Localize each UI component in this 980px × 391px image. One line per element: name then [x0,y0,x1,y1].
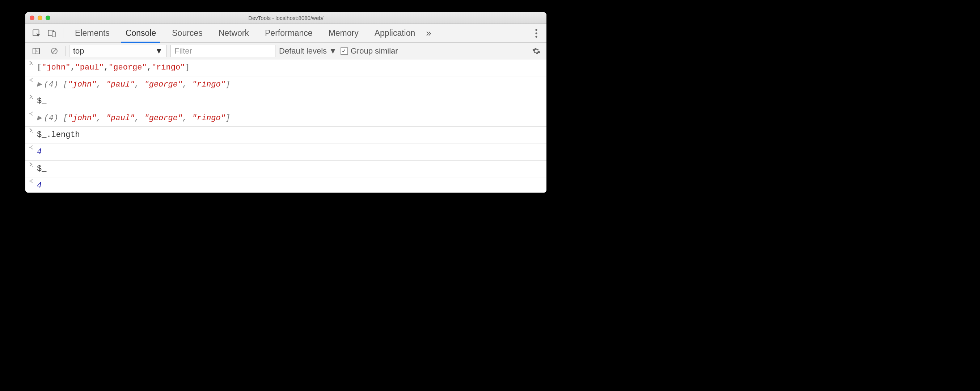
console-sidebar-toggle-icon[interactable] [29,43,43,59]
output-chevron-icon [29,111,37,116]
device-toolbar-icon[interactable] [44,24,59,42]
expand-icon[interactable]: ▶ [37,80,41,89]
tab-sources[interactable]: Sources [164,24,210,42]
token-num: 4 [37,181,41,190]
console-toolbar: top ▼ Default levels ▼ ✓ Group similar [25,43,546,59]
devtools-window: DevTools - localhost:8080/web/ ElementsC… [25,12,546,193]
minimize-icon[interactable] [38,16,42,20]
token-brkt: , [96,114,106,123]
token-str: "paul" [106,114,135,123]
traffic-lights [25,16,50,20]
token-plain: , [70,63,75,72]
output-chevron-icon [29,179,37,184]
token-str: "john" [68,114,96,123]
log-levels-select[interactable]: Default levels ▼ [279,46,337,56]
console-line-content: ▶(4) ["john", "paul", "george", "ringo"] [37,77,542,92]
console-line-content: $_ [37,162,542,176]
output-chevron-icon [29,145,37,150]
token-num: 4 [37,147,41,156]
token-plain: $_ [37,97,46,106]
tabs-overflow-icon[interactable]: » [423,24,434,42]
token-brkt: , [135,80,144,89]
token-plain: , [147,63,152,72]
gear-icon[interactable] [532,47,543,55]
console-line-content: ["john","paul","george","ringo"] [37,61,542,75]
token-brkt: [ [63,114,68,123]
window-title: DevTools - localhost:8080/web/ [25,15,546,21]
console-line-content: 4 [37,179,542,193]
tabs-bar: ElementsConsoleSourcesNetworkPerformance… [25,24,546,43]
context-select[interactable]: top ▼ [69,45,167,57]
tab-memory[interactable]: Memory [321,24,367,42]
token-str: "george" [145,80,183,89]
token-str: "george" [108,63,147,72]
log-levels-label: Default levels [279,46,327,56]
svg-point-3 [535,29,537,31]
console-row-output: ▶(4) ["john", "paul", "george", "ringo"] [25,77,546,93]
inspect-icon[interactable] [29,24,44,42]
token-str: "paul" [75,63,104,72]
token-str: "ringo" [192,114,226,123]
output-chevron-icon [29,77,37,83]
svg-rect-6 [33,48,40,54]
token-brkt: [ [63,80,68,89]
console-row-output: 4 [25,177,546,193]
token-brkt: ] [226,114,230,123]
token-brkt: , [182,114,192,123]
tab-application[interactable]: Application [367,24,423,42]
input-chevron-icon [29,61,37,65]
token-str: "george" [145,114,183,123]
tab-elements[interactable]: Elements [67,24,118,42]
input-chevron-icon [29,94,37,99]
context-select-value: top [73,46,84,56]
token-plain: , [104,63,108,72]
expand-icon[interactable]: ▶ [37,114,41,123]
group-similar-checkbox[interactable]: ✓ Group similar [340,46,398,56]
svg-point-5 [535,35,537,37]
console-row-input: $_.length [25,127,546,144]
svg-point-13 [29,113,30,114]
console-line-content: 4 [37,145,542,159]
token-brkt: , [135,114,144,123]
input-chevron-icon [29,162,37,167]
clear-console-icon[interactable] [47,43,62,59]
console-row-input: ["john","paul","george","ringo"] [25,59,546,77]
token-brkt: , [182,80,192,89]
filter-input[interactable] [170,45,275,57]
svg-point-15 [29,147,30,148]
token-str: "ringo" [152,63,185,72]
svg-line-9 [52,49,56,53]
token-plain: $_ [37,164,46,173]
console-line-content: ▶(4) ["john", "paul", "george", "ringo"] [37,111,542,126]
console-row-input: $_ [25,93,546,110]
console-row-output: ▶(4) ["john", "paul", "george", "ringo"] [25,110,546,127]
svg-point-4 [535,32,537,34]
input-chevron-icon [29,128,37,133]
token-str: "paul" [106,80,135,89]
token-plain: [ [37,63,41,72]
chevron-down-icon: ▼ [329,46,337,56]
close-icon[interactable] [30,16,34,20]
tab-console[interactable]: Console [118,24,164,42]
token-brkt: , [96,80,106,89]
svg-point-11 [29,79,30,80]
divider [65,46,65,56]
titlebar: DevTools - localhost:8080/web/ [25,12,546,24]
console-row-output: 4 [25,144,546,161]
svg-rect-2 [52,32,56,37]
token-count: (4) [44,114,63,123]
token-plain: ] [185,63,189,72]
kebab-menu-icon[interactable] [530,28,543,38]
token-plain: $_.length [37,130,80,139]
token-str: "ringo" [192,80,226,89]
zoom-icon[interactable] [46,16,50,20]
token-brkt: ] [226,80,230,89]
console-output[interactable]: ["john","paul","george","ringo"]▶(4) ["j… [25,59,546,193]
tab-performance[interactable]: Performance [257,24,321,42]
divider [526,28,526,38]
console-line-content: $_.length [37,128,542,142]
tab-network[interactable]: Network [211,24,257,42]
svg-point-17 [29,181,30,181]
checkbox-icon: ✓ [340,48,348,55]
console-line-content: $_ [37,94,542,109]
